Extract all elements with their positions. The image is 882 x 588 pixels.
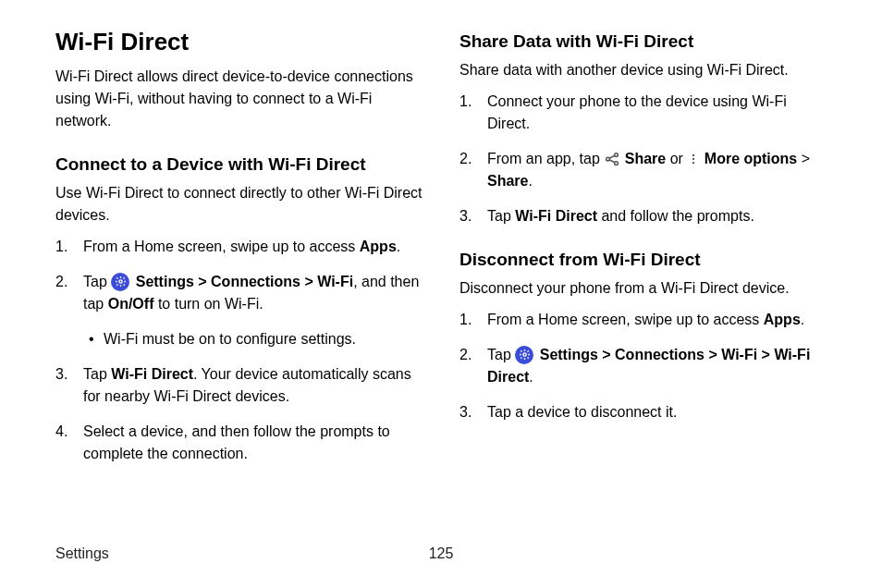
connect-step-1: From a Home screen, swipe up to access A… <box>55 236 423 258</box>
text: From a Home screen, swipe up to access <box>487 312 764 327</box>
text: Tap <box>83 274 111 289</box>
share-icon <box>604 151 620 167</box>
sep: > <box>797 151 810 166</box>
text: or <box>666 151 687 166</box>
svg-point-6 <box>692 154 694 156</box>
settings-label: Settings <box>136 274 194 289</box>
connect-steps: From a Home screen, swipe up to access A… <box>55 236 423 465</box>
share-label: Share <box>625 151 666 166</box>
disconnect-step-1: From a Home screen, swipe up to access A… <box>459 309 827 331</box>
text: . <box>801 312 804 327</box>
sep: > <box>757 347 774 362</box>
more-options-label: More options <box>704 151 797 166</box>
wifi-label: Wi-Fi <box>317 274 353 289</box>
share-step-3: Tap Wi-Fi Direct and follow the prompts. <box>459 205 827 227</box>
content-columns: Wi-Fi Direct Wi-Fi Direct allows direct … <box>55 28 827 527</box>
text: Tap <box>487 208 515 224</box>
connect-sub-bullets: Wi-Fi must be on to configure settings. <box>83 328 423 350</box>
text: Tap <box>487 347 515 362</box>
text: . <box>397 239 400 254</box>
connect-bullet-1: Wi-Fi must be on to configure settings. <box>104 328 423 350</box>
text: Tap <box>83 366 111 382</box>
svg-point-8 <box>692 162 694 164</box>
sep: > <box>704 347 721 362</box>
wifi-label: Wi-Fi <box>721 347 757 362</box>
svg-point-0 <box>119 280 122 283</box>
connect-step-2: Tap Settings > Connections > Wi-Fi, and … <box>55 271 423 350</box>
svg-line-4 <box>609 155 615 158</box>
wifi-direct-label: Wi-Fi Direct <box>515 208 597 224</box>
share-steps: Connect your phone to the device using W… <box>459 91 827 227</box>
onoff-label: On/Off <box>108 296 154 312</box>
left-column: Wi-Fi Direct Wi-Fi Direct allows direct … <box>55 28 423 527</box>
right-column: Share Data with Wi-Fi Direct Share data … <box>459 28 827 527</box>
svg-point-9 <box>523 353 526 356</box>
svg-line-5 <box>609 160 615 163</box>
footer-page-number: 125 <box>429 545 454 562</box>
text: From an app, tap <box>487 151 604 166</box>
share-heading: Share Data with Wi-Fi Direct <box>459 31 827 52</box>
settings-icon <box>111 273 129 291</box>
share-intro: Share data with another device using Wi-… <box>459 59 827 81</box>
text: . <box>528 173 532 189</box>
text: . <box>529 369 533 385</box>
share-step-2: From an app, tap Share or More options >… <box>459 148 827 192</box>
intro-text: Wi-Fi Direct allows direct device-to-dev… <box>55 66 423 132</box>
settings-icon <box>515 346 533 364</box>
text: and follow the prompts. <box>597 208 754 224</box>
page-footer: Settings 125 <box>55 545 827 562</box>
connections-label: Connections <box>615 347 704 362</box>
apps-label: Apps <box>360 239 397 254</box>
connect-step-4: Select a device, and then follow the pro… <box>55 421 423 465</box>
disconnect-heading: Disconnect from Wi-Fi Direct <box>459 250 827 270</box>
settings-label: Settings <box>540 347 598 362</box>
text: to turn on Wi-Fi. <box>153 296 263 312</box>
connect-intro: Use Wi-Fi Direct to connect directly to … <box>55 182 423 227</box>
page-title: Wi-Fi Direct <box>55 28 423 56</box>
disconnect-intro: Disconnect your phone from a Wi-Fi Direc… <box>459 277 827 300</box>
connections-label: Connections <box>211 274 300 289</box>
sep: > <box>194 274 211 289</box>
wifi-direct-label: Wi-Fi Direct <box>111 366 193 382</box>
share-step-1: Connect your phone to the device using W… <box>459 91 827 135</box>
connect-step-3: Tap Wi-Fi Direct. Your device automatica… <box>55 363 423 408</box>
text: From a Home screen, swipe up to access <box>83 239 360 254</box>
share-label-2: Share <box>487 173 528 189</box>
sep: > <box>598 347 615 362</box>
disconnect-step-2: Tap Settings > Connections > Wi-Fi > Wi-… <box>459 344 827 388</box>
svg-point-7 <box>692 158 694 160</box>
connect-heading: Connect to a Device with Wi-Fi Direct <box>55 154 423 175</box>
more-options-icon <box>687 151 700 167</box>
apps-label: Apps <box>764 312 801 327</box>
disconnect-step-3: Tap a device to disconnect it. <box>459 401 827 423</box>
sep: > <box>300 274 317 289</box>
disconnect-steps: From a Home screen, swipe up to access A… <box>459 309 827 423</box>
